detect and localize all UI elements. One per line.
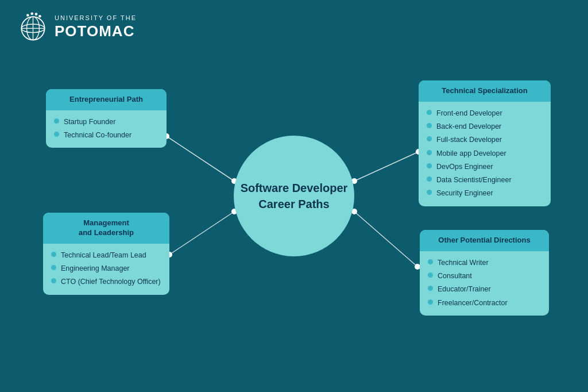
bullet-icon (428, 299, 433, 305)
svg-point-5 (26, 14, 29, 17)
list-item: Startup Founder (54, 117, 158, 126)
list-item: Technical Writer (428, 258, 541, 267)
list-item: Mobile app Developer (427, 149, 543, 158)
card-other-body: Technical Writer Consultant Educator/Tra… (420, 251, 549, 316)
svg-line-15 (354, 152, 419, 181)
list-item: Consultant (428, 271, 541, 280)
logo-text: UNIVERSITY OF THE POTOMAC (55, 14, 137, 40)
card-management: Managementand Leadership Technical Lead/… (43, 213, 169, 295)
list-item: Freelancer/Contractor (428, 298, 541, 308)
logo: UNIVERSITY OF THE POTOMAC (17, 11, 137, 43)
list-item: Full-stack Developer (427, 135, 543, 144)
svg-line-9 (167, 136, 234, 181)
svg-point-6 (30, 12, 33, 15)
bullet-icon (51, 252, 56, 257)
svg-point-7 (35, 13, 38, 16)
logo-university-line: UNIVERSITY OF THE (55, 14, 137, 22)
card-other-header: Other Potential Directions (420, 230, 549, 251)
card-entrepreneurial-body: Startup Founder Technical Co-founder (46, 110, 167, 148)
list-item: Technical Lead/Team Lead (51, 251, 161, 260)
card-management-body: Technical Lead/Team Lead Engineering Man… (43, 244, 169, 295)
logo-potomac-line: POTOMAC (55, 22, 137, 40)
bullet-icon (51, 265, 56, 270)
bullet-icon (54, 118, 59, 124)
svg-line-18 (354, 212, 417, 267)
bullet-icon (427, 123, 432, 128)
card-entrepreneurial-header: Entrepreneurial Path (46, 89, 167, 110)
bullet-icon (427, 136, 432, 141)
bullet-icon (427, 163, 432, 168)
bullet-icon (54, 132, 59, 137)
bullet-icon (427, 190, 432, 195)
card-other: Other Potential Directions Technical Wri… (420, 230, 549, 316)
list-item: Engineering Manager (51, 264, 161, 273)
card-entrepreneurial: Entrepreneurial Path Startup Founder Tec… (46, 89, 167, 148)
list-item: Data Scientist/Engineer (427, 175, 543, 185)
globe-icon (17, 11, 49, 43)
card-technical-header: Technical Specialization (419, 80, 551, 102)
card-technical: Technical Specialization Front-end Devel… (419, 80, 551, 206)
svg-point-8 (38, 15, 41, 18)
bullet-icon (428, 286, 433, 291)
bullet-icon (427, 150, 432, 155)
bullet-icon (427, 176, 432, 182)
list-item: Technical Co-founder (54, 130, 158, 140)
center-circle: Software Developer Career Paths (234, 136, 354, 256)
center-circle-text: Software Developer Career Paths (235, 174, 354, 218)
svg-line-12 (169, 212, 234, 255)
bullet-icon (428, 272, 433, 278)
bullet-icon (51, 278, 56, 283)
bullet-icon (427, 110, 432, 115)
list-item: DevOps Engineer (427, 162, 543, 171)
card-management-header: Managementand Leadership (43, 213, 169, 244)
list-item: Security Engineer (427, 189, 543, 198)
list-item: CTO (Chief Technology Officer) (51, 277, 161, 286)
list-item: Educator/Trainer (428, 285, 541, 294)
list-item: Front-end Developer (427, 109, 543, 118)
list-item: Back-end Developer (427, 122, 543, 131)
bullet-icon (428, 259, 433, 264)
card-technical-body: Front-end Developer Back-end Developer F… (419, 102, 551, 206)
